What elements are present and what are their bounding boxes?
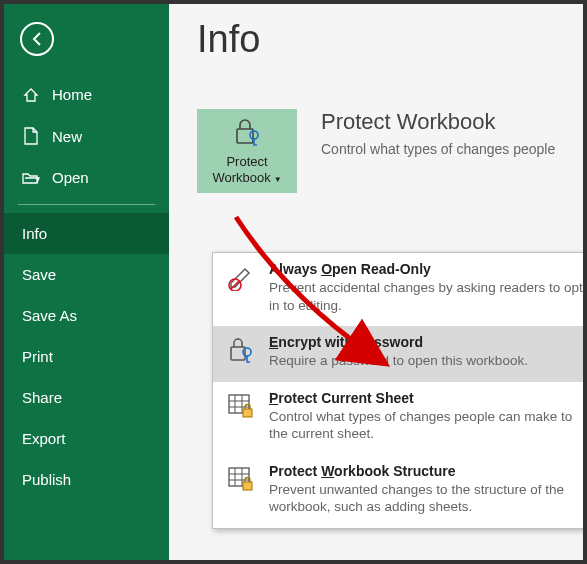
- menu-item-encrypt-password[interactable]: Encrypt with Password Require a password…: [213, 326, 587, 382]
- sheet-lock-icon: [225, 390, 257, 443]
- menu-item-desc: Control what types of changes people can…: [269, 408, 587, 443]
- sidebar-item-label: Home: [52, 86, 92, 103]
- menu-item-protect-structure[interactable]: Protect Workbook Structure Prevent unwan…: [213, 455, 587, 528]
- workbook-lock-icon: [225, 463, 257, 516]
- svg-rect-11: [243, 409, 252, 417]
- menu-item-desc: Prevent unwanted changes to the structur…: [269, 481, 587, 516]
- sidebar-item-info[interactable]: Info: [4, 213, 169, 254]
- protect-btn-line1: Protect: [226, 154, 267, 169]
- menu-item-desc: Require a password to open this workbook…: [269, 352, 528, 370]
- pencil-forbidden-icon: [225, 261, 257, 314]
- arrow-left-icon: [29, 31, 45, 47]
- sidebar-item-label: Share: [22, 389, 62, 406]
- menu-item-protect-sheet[interactable]: Protect Current Sheet Control what types…: [213, 382, 587, 455]
- menu-item-title: Always Open Read-Only: [269, 261, 431, 277]
- sidebar-item-label: Save As: [22, 307, 77, 324]
- home-icon: [22, 87, 40, 103]
- sidebar-item-label: Print: [22, 348, 53, 365]
- new-doc-icon: [22, 127, 40, 145]
- lock-key-icon: [232, 117, 262, 151]
- svg-point-5: [243, 348, 251, 356]
- sidebar-item-label: New: [52, 128, 82, 145]
- sidebar-item-publish[interactable]: Publish: [4, 459, 169, 500]
- sidebar-item-label: Open: [52, 169, 89, 186]
- backstage-sidebar: Home New Open Info Save Save As Print: [4, 4, 169, 560]
- lock-key-icon: [225, 334, 257, 370]
- sidebar-item-save[interactable]: Save: [4, 254, 169, 295]
- protect-section-heading: Protect Workbook: [321, 109, 555, 135]
- sidebar-item-home[interactable]: Home: [4, 74, 169, 115]
- sidebar-item-save-as[interactable]: Save As: [4, 295, 169, 336]
- sidebar-item-label: Publish: [22, 471, 71, 488]
- sidebar-item-export[interactable]: Export: [4, 418, 169, 459]
- sidebar-item-label: Export: [22, 430, 65, 447]
- page-title: Info: [197, 18, 559, 61]
- svg-rect-17: [243, 482, 252, 490]
- sidebar-item-print[interactable]: Print: [4, 336, 169, 377]
- menu-item-open-read-only[interactable]: Always Open Read-Only Prevent accidental…: [213, 253, 587, 326]
- protect-btn-line2: Workbook: [212, 170, 270, 185]
- sidebar-divider: [18, 204, 155, 205]
- back-button[interactable]: [20, 22, 54, 56]
- protect-section-desc: Control what types of changes people: [321, 141, 555, 157]
- menu-item-desc: Prevent accidental changes by asking rea…: [269, 279, 587, 314]
- menu-item-title: Protect Workbook Structure: [269, 463, 455, 479]
- menu-item-title: Protect Current Sheet: [269, 390, 414, 406]
- sidebar-item-new[interactable]: New: [4, 115, 169, 157]
- sidebar-item-share[interactable]: Share: [4, 377, 169, 418]
- sidebar-item-open[interactable]: Open: [4, 157, 169, 198]
- protect-workbook-menu: Always Open Read-Only Prevent accidental…: [212, 252, 587, 529]
- sidebar-item-label: Save: [22, 266, 56, 283]
- svg-point-1: [250, 131, 258, 139]
- folder-open-icon: [22, 171, 40, 185]
- sidebar-item-label: Info: [22, 225, 47, 242]
- chevron-down-icon: ▼: [274, 175, 282, 184]
- menu-item-title: Encrypt with Password: [269, 334, 423, 350]
- main-pane: Info Protect Workbook▼ Protect Wor: [169, 4, 583, 560]
- protect-workbook-button[interactable]: Protect Workbook▼: [197, 109, 297, 193]
